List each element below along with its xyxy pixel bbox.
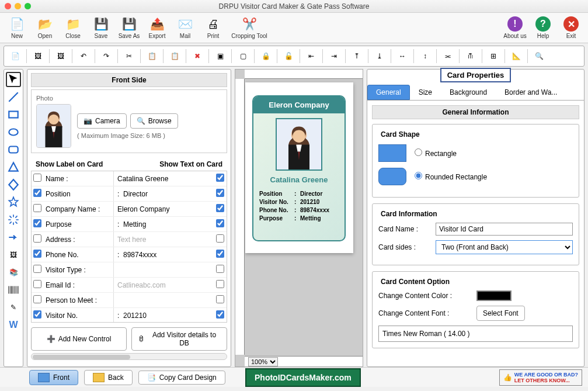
bring-front-icon[interactable]: ▣ — [211, 48, 229, 64]
tab-background[interactable]: Background — [441, 85, 496, 100]
new-button[interactable]: 📄New — [5, 16, 29, 39]
copy-icon[interactable]: 📋 — [143, 48, 161, 64]
redo-icon[interactable]: ↷ — [98, 48, 115, 64]
canvas-page[interactable]: Eleron Company Catalina Greene Position:… — [245, 82, 353, 253]
copy-card-button[interactable]: 📑Copy Card Design — [138, 371, 225, 385]
help-button[interactable]: ?Help — [531, 16, 555, 39]
lock-icon[interactable]: 🔒 — [257, 48, 274, 64]
field-value-input[interactable] — [114, 266, 214, 274]
field-value-input[interactable] — [114, 296, 214, 305]
field-text-check[interactable] — [216, 189, 224, 197]
crop-button[interactable]: ✂️Cropping Tool — [229, 16, 270, 39]
zoom-select[interactable]: 100% — [248, 357, 278, 366]
rect-radio[interactable] — [415, 148, 422, 156]
align-top-icon[interactable]: ⤒ — [348, 48, 366, 64]
content-color-swatch[interactable] — [476, 290, 512, 301]
field-text-check[interactable] — [216, 295, 224, 303]
field-text-check[interactable] — [216, 234, 224, 243]
tab-border[interactable]: Border and Wa... — [496, 85, 566, 100]
arrow-tool[interactable] — [6, 230, 21, 245]
field-text-check[interactable] — [216, 250, 224, 258]
tab-general[interactable]: General — [367, 85, 410, 100]
field-label-check[interactable] — [33, 189, 41, 197]
ruler-icon[interactable]: 📐 — [507, 48, 525, 64]
field-label-check[interactable] — [33, 204, 41, 212]
image-tool[interactable]: 🖼 — [6, 247, 21, 262]
burst-tool[interactable] — [6, 212, 21, 227]
field-label-check[interactable] — [33, 174, 41, 182]
delete-icon[interactable]: ✖ — [189, 48, 206, 64]
camera-button[interactable]: 📷Camera — [77, 113, 127, 129]
signature-tool[interactable]: ✎ — [6, 300, 21, 315]
field-value-input[interactable] — [114, 220, 214, 229]
roundrect-tool[interactable] — [6, 142, 21, 157]
feedback-box[interactable]: 👍 WE ARE GOOD OR BAD? LET OTHERS KNOW... — [499, 369, 582, 386]
field-value-input[interactable] — [114, 175, 214, 183]
pointer-tool[interactable] — [6, 72, 21, 87]
select-font-button[interactable]: Select Font — [476, 306, 525, 321]
image-add-icon[interactable]: 🖼 — [52, 48, 69, 64]
card-name-input[interactable] — [436, 223, 573, 236]
tab-size[interactable]: Size — [410, 85, 441, 100]
line-tool[interactable] — [6, 89, 21, 105]
saveas-button[interactable]: 💾Save As — [117, 16, 141, 39]
dist-h-icon[interactable]: ⫘ — [439, 48, 457, 64]
exit-button[interactable]: ✕Exit — [559, 16, 583, 39]
minimize-window-button[interactable] — [15, 3, 21, 9]
field-label-check[interactable] — [33, 280, 41, 288]
roundrect-radio-label[interactable]: Rounded Rectangle — [415, 172, 487, 181]
field-text-check[interactable] — [216, 280, 224, 288]
align-vcenter-icon[interactable]: ↕ — [416, 48, 434, 64]
mail-button[interactable]: ✉️Mail — [173, 16, 197, 39]
field-value-input[interactable] — [114, 190, 214, 198]
add-db-button[interactable]: 🛢Add Visitor details to DB — [131, 327, 227, 351]
align-right-icon[interactable]: ⇥ — [325, 48, 343, 64]
front-tab-button[interactable]: Front — [29, 370, 78, 385]
grid-icon[interactable]: ⊞ — [485, 48, 502, 64]
star-tool[interactable] — [6, 195, 21, 210]
save-button[interactable]: 💾Save — [89, 16, 113, 39]
rect-radio-label[interactable]: Rectangle — [415, 148, 457, 158]
undo-icon[interactable]: ↶ — [75, 48, 92, 64]
panel-scrollbar[interactable] — [31, 353, 227, 360]
new-doc-icon[interactable]: 📄 — [6, 48, 24, 64]
preview-icon[interactable]: 🔍 — [530, 48, 548, 64]
maximize-window-button[interactable] — [25, 3, 31, 9]
wordart-tool[interactable]: W — [6, 317, 21, 333]
browse-button[interactable]: 🔍Browse — [130, 113, 178, 129]
field-label-check[interactable] — [33, 265, 41, 273]
unlock-icon[interactable]: 🔓 — [280, 48, 297, 64]
card-sides-select[interactable]: Two (Front and Back) — [436, 240, 573, 254]
open-button[interactable]: 📂Open — [33, 16, 57, 39]
close-window-button[interactable] — [5, 3, 11, 9]
photo-thumbnail[interactable] — [36, 104, 71, 148]
image-icon[interactable]: 🖼 — [29, 48, 47, 64]
field-text-check[interactable] — [216, 310, 224, 319]
field-value-input[interactable] — [114, 236, 214, 244]
align-left-icon[interactable]: ⇤ — [302, 48, 320, 64]
library-tool[interactable]: 📚 — [6, 265, 21, 280]
id-card-preview[interactable]: Eleron Company Catalina Greene Position:… — [252, 95, 346, 241]
field-value-input[interactable] — [114, 312, 214, 320]
about-button[interactable]: !About us — [503, 16, 527, 39]
barcode-tool[interactable] — [6, 282, 21, 297]
field-value-input[interactable] — [114, 251, 214, 259]
field-value-input[interactable] — [114, 281, 214, 289]
cut-icon[interactable]: ✂ — [120, 48, 138, 64]
diamond-tool[interactable] — [6, 177, 21, 192]
paste-icon[interactable]: 📋 — [166, 48, 183, 64]
rect-tool[interactable] — [6, 107, 21, 122]
field-label-check[interactable] — [33, 310, 41, 319]
align-bottom-icon[interactable]: ⤓ — [371, 48, 388, 64]
ellipse-tool[interactable] — [6, 124, 21, 140]
close-button[interactable]: 📁Close — [61, 16, 85, 39]
field-text-check[interactable] — [216, 265, 224, 273]
field-value-input[interactable] — [114, 205, 214, 213]
roundrect-radio[interactable] — [415, 172, 422, 179]
field-text-check[interactable] — [216, 219, 224, 227]
print-button[interactable]: 🖨Print — [201, 16, 225, 39]
export-button[interactable]: 📤Export — [145, 16, 169, 39]
field-label-check[interactable] — [33, 250, 41, 258]
dist-v-icon[interactable]: ⫚ — [462, 48, 479, 64]
add-control-button[interactable]: ➕Add New Control — [31, 327, 127, 351]
